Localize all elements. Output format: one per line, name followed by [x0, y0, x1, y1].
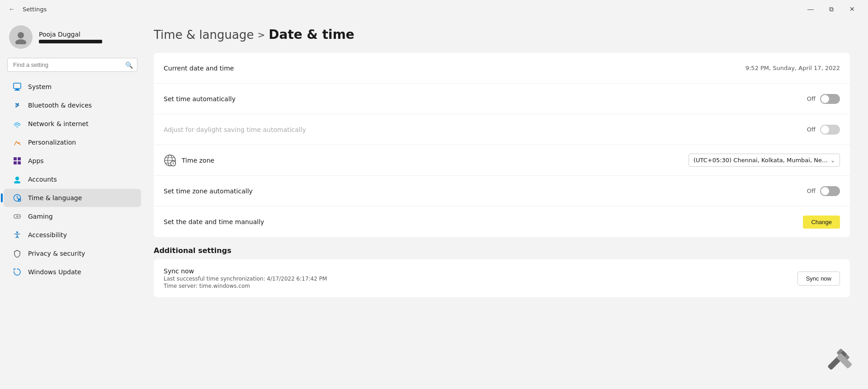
svg-point-1 [15, 39, 26, 44]
setting-row-current-time: Current date and time 9:52 PM, Sunday, A… [154, 53, 850, 84]
sidebar-item-label: Apps [28, 157, 44, 164]
search-input[interactable] [7, 58, 137, 72]
svg-point-19 [19, 216, 20, 217]
globe-clock-icon [164, 154, 176, 167]
sync-now-button[interactable]: Sync now [797, 272, 840, 286]
setting-status-set-timezone-auto: Off [807, 187, 816, 194]
setting-row-set-date-manual: Set the date and time manually Change [154, 206, 850, 237]
sidebar-item-label: Windows Update [28, 268, 81, 276]
svg-point-11 [14, 181, 20, 184]
time-icon: G [13, 193, 22, 202]
minimize-button[interactable]: — [800, 2, 821, 16]
system-icon [13, 82, 22, 91]
toggle-daylight[interactable] [820, 125, 840, 135]
additional-settings-title: Additional settings [154, 246, 850, 255]
setting-row-timezone: Time zone (UTC+05:30) Chennai, Kolkata, … [154, 145, 850, 176]
sidebar-nav: System Bluetooth & devices [0, 77, 145, 281]
svg-rect-3 [15, 89, 19, 90]
timezone-value: (UTC+05:30) Chennai, Kolkata, Mumbai, Ne… [693, 157, 828, 164]
toggle-thumb [821, 95, 829, 103]
setting-status-set-time-auto: Off [807, 95, 816, 102]
sidebar-item-label: Gaming [28, 213, 53, 220]
sidebar-item-label: Time & language [28, 194, 82, 202]
sidebar-item-bluetooth[interactable]: Bluetooth & devices [4, 96, 141, 114]
setting-status-daylight: Off [807, 126, 816, 133]
sidebar-item-label: Network & internet [28, 120, 89, 127]
sidebar-item-accessibility[interactable]: Accessibility [4, 226, 141, 244]
sync-server: Time server: time.windows.com [164, 283, 327, 289]
setting-label-set-time-auto: Set time automatically [164, 95, 236, 103]
privacy-icon [13, 249, 22, 258]
sidebar-item-network[interactable]: Network & internet [4, 115, 141, 133]
setting-value-current-time: 9:52 PM, Sunday, April 17, 2022 [745, 65, 840, 71]
setting-right-set-timezone-auto: Off [807, 186, 840, 196]
breadcrumb-parent: Time & language [154, 28, 254, 42]
svg-point-20 [16, 231, 18, 233]
settings-card-main: Current date and time 9:52 PM, Sunday, A… [154, 53, 850, 237]
gaming-icon [13, 212, 22, 221]
toggle-set-timezone-auto[interactable] [820, 186, 840, 196]
titlebar-left: ← Settings [5, 3, 47, 15]
app-title: Settings [23, 6, 47, 13]
svg-point-5 [17, 127, 18, 128]
additional-settings-section: Additional settings Sync now Last succes… [154, 246, 850, 297]
chevron-down-icon: ⌄ [830, 157, 835, 164]
toggle-thumb [821, 187, 829, 195]
setting-label-set-timezone-auto: Set time zone automatically [164, 187, 253, 195]
sidebar-item-system[interactable]: System [4, 78, 141, 96]
toggle-set-time-auto[interactable] [820, 94, 840, 104]
bluetooth-icon [13, 101, 22, 110]
sidebar-item-time-language[interactable]: G Time & language [4, 189, 141, 207]
avatar [9, 25, 33, 49]
sidebar-item-windows-update[interactable]: Windows Update [4, 263, 141, 281]
app-body: Pooja Duggal 🔍 System [0, 18, 868, 389]
setting-label-timezone: Time zone [182, 157, 214, 164]
sync-row: Sync now Last successful time synchroniz… [154, 259, 850, 297]
svg-point-0 [18, 32, 24, 38]
svg-point-10 [15, 177, 19, 180]
apps-icon [13, 156, 22, 165]
sidebar-item-accounts[interactable]: Accounts [4, 170, 141, 188]
restore-button[interactable]: ⧉ [821, 2, 842, 16]
setting-row-set-time-auto: Set time automatically Off [154, 84, 850, 114]
personalization-icon [13, 138, 22, 147]
svg-rect-2 [14, 83, 21, 89]
sidebar-item-label: Accessibility [28, 231, 67, 239]
sidebar-item-apps[interactable]: Apps [4, 152, 141, 170]
svg-text:G: G [19, 199, 20, 202]
toggle-thumb [821, 126, 829, 134]
user-section: Pooja Duggal [0, 18, 145, 56]
settings-card-sync: Sync now Last successful time synchroniz… [154, 259, 850, 297]
breadcrumb-separator: > [257, 29, 265, 40]
sync-title: Sync now [164, 267, 327, 275]
setting-row-daylight: Adjust for daylight saving time automati… [154, 114, 850, 145]
sidebar-item-privacy[interactable]: Privacy & security [4, 244, 141, 262]
setting-right-daylight: Off [807, 125, 840, 135]
svg-rect-8 [14, 161, 17, 164]
sidebar-item-label: Accounts [28, 176, 57, 183]
setting-row-set-timezone-auto: Set time zone automatically Off [154, 176, 850, 206]
timezone-dropdown[interactable]: (UTC+05:30) Chennai, Kolkata, Mumbai, Ne… [689, 154, 840, 167]
breadcrumb-current: Date & time [269, 27, 354, 42]
accounts-icon [13, 175, 22, 184]
network-icon [13, 119, 22, 128]
sidebar-item-personalization[interactable]: Personalization [4, 133, 141, 151]
search-icon: 🔍 [125, 61, 133, 69]
user-name: Pooja Duggal [39, 31, 102, 38]
svg-rect-6 [14, 157, 17, 160]
change-button[interactable]: Change [803, 216, 840, 229]
sidebar: Pooja Duggal 🔍 System [0, 18, 145, 389]
sidebar-item-label: System [28, 83, 52, 90]
close-button[interactable]: ✕ [842, 2, 863, 16]
svg-point-18 [19, 216, 19, 216]
accessibility-icon [13, 230, 22, 239]
user-bar-decoration [39, 40, 102, 43]
setting-label-daylight: Adjust for daylight saving time automati… [164, 126, 306, 133]
user-info: Pooja Duggal [39, 31, 102, 43]
sidebar-item-gaming[interactable]: Gaming [4, 207, 141, 225]
content-area: Time & language > Date & time Current da… [145, 18, 868, 389]
svg-rect-9 [18, 161, 21, 164]
search-box: 🔍 [7, 58, 137, 72]
sidebar-item-label: Bluetooth & devices [28, 102, 92, 109]
back-button[interactable]: ← [5, 3, 18, 15]
